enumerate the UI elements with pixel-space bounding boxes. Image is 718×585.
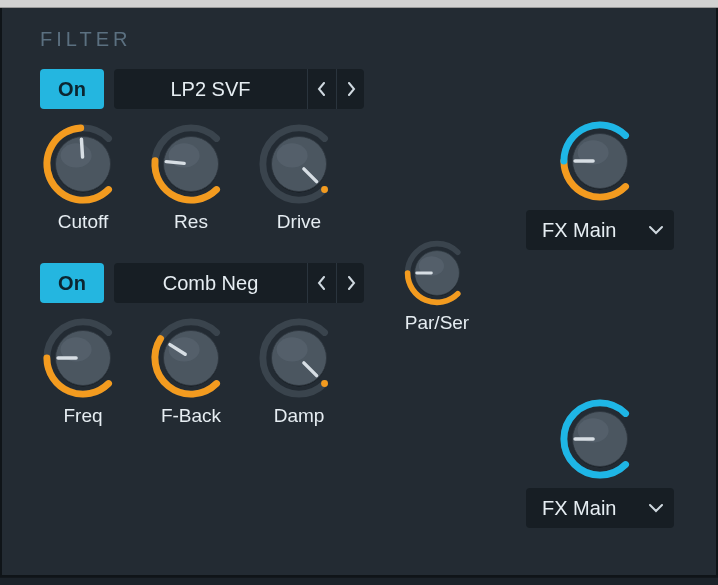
footer-bar xyxy=(0,577,718,585)
svg-line-3 xyxy=(81,139,82,157)
chevron-right-icon xyxy=(346,82,356,96)
filter1-route-knob[interactable] xyxy=(557,118,643,204)
chevron-right-icon xyxy=(346,276,356,290)
chevron-left-icon xyxy=(317,276,327,290)
filter1-drive-label: Drive xyxy=(277,211,321,233)
filter1-route-select[interactable]: FX Main xyxy=(526,210,674,250)
filter2-type-next-button[interactable] xyxy=(336,263,364,303)
filter2-freq-label: Freq xyxy=(63,405,102,427)
filter1-type-stepper xyxy=(307,69,364,109)
filter2-on-button[interactable]: On xyxy=(40,263,104,303)
filter1-res-label: Res xyxy=(174,211,208,233)
filter2-route-select[interactable]: FX Main xyxy=(526,488,674,528)
filter2-header-row: On Comb Neg xyxy=(40,263,686,303)
filter1-route-column: FX Main xyxy=(526,118,674,250)
filter2-route-column: FX Main xyxy=(526,396,674,528)
svg-point-18 xyxy=(169,337,200,361)
svg-point-2 xyxy=(61,143,92,167)
filter1-type-label[interactable]: LP2 SVF xyxy=(114,69,307,109)
filter2-route-selected: FX Main xyxy=(542,497,616,520)
par-ser-label: Par/Ser xyxy=(405,312,469,334)
chevron-left-icon xyxy=(317,82,327,96)
par-ser-knob[interactable] xyxy=(402,238,472,308)
chevron-down-icon xyxy=(648,225,664,235)
filter2-type-label[interactable]: Comb Neg xyxy=(114,263,307,303)
filter2-damp-knob[interactable] xyxy=(256,315,342,401)
filter2-fback-label: F-Back xyxy=(161,405,221,427)
filter2-damp-label: Damp xyxy=(274,405,325,427)
filter2-fback-knob[interactable] xyxy=(148,315,234,401)
chevron-down-icon xyxy=(648,503,664,513)
svg-line-7 xyxy=(166,162,184,164)
filter1-type-prev-button[interactable] xyxy=(308,69,336,109)
filter1-cutoff-label: Cutoff xyxy=(58,211,108,233)
svg-point-22 xyxy=(277,337,308,361)
section-title: FILTER xyxy=(40,28,686,51)
filter1-res-knob[interactable] xyxy=(148,121,234,207)
filter-panel: FILTER On LP2 SVF Cutoff Res D xyxy=(0,8,718,577)
filter1-header-row: On LP2 SVF xyxy=(40,69,686,109)
filter2-route-knob[interactable] xyxy=(557,396,643,482)
filter2-type-stepper xyxy=(307,263,364,303)
filter1-cutoff-knob[interactable] xyxy=(40,121,126,207)
filter2-type-select: Comb Neg xyxy=(114,263,364,303)
filter2-type-prev-button[interactable] xyxy=(308,263,336,303)
filter1-route-selected: FX Main xyxy=(542,219,616,242)
filter1-type-select: LP2 SVF xyxy=(114,69,364,109)
svg-point-10 xyxy=(277,143,308,167)
filter1-type-next-button[interactable] xyxy=(336,69,364,109)
filter1-on-button[interactable]: On xyxy=(40,69,104,109)
par-ser-column: Par/Ser xyxy=(402,238,472,334)
filter1-drive-knob[interactable] xyxy=(256,121,342,207)
window-titlebar xyxy=(0,0,718,8)
filter2-freq-knob[interactable] xyxy=(40,315,126,401)
